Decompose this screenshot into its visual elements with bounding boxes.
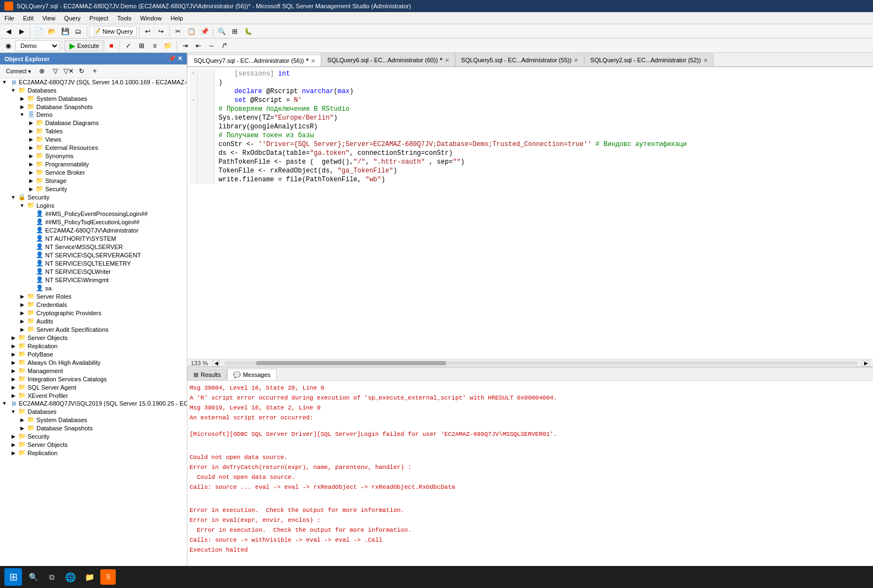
menu-help[interactable]: Help <box>166 14 187 23</box>
comment-btn[interactable]: -- <box>206 40 218 51</box>
tree-tables[interactable]: ▶ 📁 Tables <box>0 127 187 135</box>
stop-btn[interactable]: ■ <box>105 40 117 51</box>
tree-credentials[interactable]: ▶ 📁 Credentials <box>0 300 187 309</box>
tree-programmability[interactable]: ▶ 📁 Programmability <box>0 160 187 168</box>
editor-hscrollbar[interactable]: 133 % ◀ ▶ <box>187 359 873 366</box>
tree-external-resources[interactable]: ▶ 📁 External Resources <box>0 143 187 152</box>
save-all-btn[interactable]: 🗂 <box>72 26 84 37</box>
taskbar-edge[interactable]: 🌐 <box>63 569 78 585</box>
outdent-btn[interactable]: ⇤ <box>192 40 204 51</box>
tree-login-mssql[interactable]: 👤 NT Service\MSSQLSERVER <box>0 242 187 251</box>
results-content[interactable]: Msg 39004, Level 16, State 20, Line 0 A … <box>187 381 873 568</box>
tree-system-dbs[interactable]: ▶ 📁 System Databases <box>0 94 187 103</box>
tree-login-policy1[interactable]: 👤 ##MS_PolicyEventProcessingLogin## <box>0 209 187 218</box>
tb2-btn1[interactable]: ◉ <box>2 40 14 51</box>
tree-server1[interactable]: ▼ 🖥 EC2AMAZ-680Q7JV (SQL Server 14.0.100… <box>0 78 187 86</box>
tree-views[interactable]: ▶ 📁 Views <box>0 135 187 143</box>
tree-login-sqlagent[interactable]: 👤 NT SERVICE\SQLSERVERAGENT <box>0 251 187 259</box>
tree-login-system[interactable]: 👤 NT AUTHORITY\SYSTEM <box>0 234 187 242</box>
tab-results[interactable]: ⊞ Results <box>187 369 227 380</box>
tree-always-on[interactable]: ▶ 📁 Always On High Availability <box>0 358 187 366</box>
tab-query5[interactable]: SQLQuery5.sql - EC...Administrator (55))… <box>455 53 585 66</box>
menu-tools[interactable]: Tools <box>113 14 136 23</box>
menu-query[interactable]: Query <box>60 14 85 23</box>
tab-query6[interactable]: SQLQuery6.sql - EC...Administrator (60))… <box>321 53 455 66</box>
menu-project[interactable]: Project <box>85 14 112 23</box>
tab-messages[interactable]: 💬 Messages <box>227 369 277 380</box>
oe-filter-btn[interactable]: ▽ <box>49 66 61 77</box>
new-query-button[interactable]: 📝 New Query <box>89 26 137 37</box>
tree-security[interactable]: ▼ 🔒 Security <box>0 193 187 201</box>
tree-management[interactable]: ▶ 📁 Management <box>0 366 187 375</box>
tree-db-diagrams[interactable]: ▶ 📁 Database Diagrams <box>0 118 187 127</box>
taskbar-ssms[interactable]: S <box>100 569 116 585</box>
cut-btn[interactable]: ✂ <box>172 26 184 37</box>
database-dropdown[interactable]: Demo <box>15 40 60 51</box>
tree-replication1[interactable]: ▶ 📁 Replication <box>0 342 187 350</box>
tree-login-winmgmt[interactable]: 👤 NT SERVICE\Winmgmt <box>0 276 187 284</box>
results-file-btn[interactable]: 📁 <box>162 40 174 51</box>
zoom-in-btn[interactable]: 🔍 <box>215 26 228 37</box>
redo-btn[interactable]: ↪ <box>155 26 167 37</box>
oe-refresh-btn[interactable]: ↻ <box>76 66 88 77</box>
tree-service-broker[interactable]: ▶ 📁 Service Broker <box>0 168 187 176</box>
tree-login-telemetry[interactable]: 👤 NT SERVICE\SQLTELEMETRY <box>0 259 187 267</box>
taskbar-start[interactable]: ⊞ <box>4 568 22 586</box>
tree-login-admin[interactable]: 👤 EC2AMAZ-680Q7JV\Administrator <box>0 226 187 234</box>
indent-btn[interactable]: ⇥ <box>179 40 191 51</box>
open-btn[interactable]: 📂 <box>46 26 58 37</box>
tab-query2-close[interactable]: ✕ <box>703 57 708 63</box>
undo-btn[interactable]: ↩ <box>142 26 154 37</box>
results-text-btn[interactable]: ≡ <box>149 40 161 51</box>
tree-server-roles[interactable]: ▶ 📁 Server Roles <box>0 292 187 300</box>
copy-btn[interactable]: 📋 <box>185 26 197 37</box>
tree-demo-db[interactable]: ▼ 🗄 Demo <box>0 111 187 118</box>
debug-btn[interactable]: 🐛 <box>242 26 254 37</box>
tree-audit-specs[interactable]: ▶ 📁 Server Audit Specifications <box>0 325 187 333</box>
menu-window[interactable]: Window <box>136 14 166 23</box>
scroll-left-btn[interactable]: ◀ <box>212 360 220 366</box>
tab-query6-close[interactable]: ✕ <box>445 57 449 63</box>
tree-sql-agent[interactable]: ▶ 📁 SQL Server Agent <box>0 383 187 391</box>
tree-storage[interactable]: ▶ 📁 Storage <box>0 176 187 185</box>
tree-logins[interactable]: ▼ 📁 Logins <box>0 201 187 209</box>
tree-server2-security[interactable]: ▶ 📁 Security <box>0 432 187 440</box>
oe-filter-clear-btn[interactable]: ▽✕ <box>62 66 74 77</box>
save-btn[interactable]: 💾 <box>59 26 71 37</box>
oe-close-icon[interactable]: ✕ <box>177 55 182 62</box>
tree-xevent-profiler[interactable]: ▶ 📁 XEvent Profiler <box>0 391 187 400</box>
new-file-btn[interactable]: 📄 <box>33 26 45 37</box>
tree-audits[interactable]: ▶ 📁 Audits <box>0 317 187 325</box>
tab-query7[interactable]: SQLQuery7.sql - EC...Administrator (56))… <box>187 55 321 67</box>
uncomment-btn[interactable]: /* <box>219 40 231 51</box>
back-button[interactable]: ◀ <box>2 26 14 37</box>
tab-query7-close[interactable]: ✕ <box>311 58 315 64</box>
code-editor[interactable]: - [sessions] int ) <box>187 67 873 359</box>
oe-pin-icon[interactable]: 📌 <box>168 55 176 62</box>
tree-login-sa[interactable]: 👤 sa <box>0 284 187 292</box>
tree-server2-databases[interactable]: ▼ 📁 Databases <box>0 407 187 416</box>
oe-add-btn[interactable]: + <box>89 66 101 77</box>
hscroll-track[interactable] <box>224 361 858 365</box>
paste-btn[interactable]: 📌 <box>198 26 211 37</box>
grid-btn[interactable]: ⊞ <box>229 26 241 37</box>
tree-polybase[interactable]: ▶ 📁 PolyBase <box>0 350 187 358</box>
tree-server2[interactable]: ▼ 🖥 EC2AMAZ-680Q7JV\SQL2019 (SQL Server … <box>0 400 187 407</box>
forward-button[interactable]: ▶ <box>15 26 28 37</box>
tree-crypto-providers[interactable]: ▶ 📁 Cryptographic Providers <box>0 309 187 317</box>
tree-login-writer[interactable]: 👤 NT SERVICE\SQLWriter <box>0 267 187 276</box>
menu-file[interactable]: File <box>0 14 19 23</box>
scroll-right-btn[interactable]: ▶ <box>862 360 870 366</box>
tree-server2-replication[interactable]: ▶ 📁 Replication <box>0 449 187 457</box>
tree-server-objects[interactable]: ▶ 📁 Server Objects <box>0 333 187 342</box>
taskbar-explorer[interactable]: 📁 <box>82 569 97 585</box>
tree-server2-snapshots[interactable]: ▶ 📁 Database Snapshots <box>0 424 187 432</box>
oe-disconnect-btn[interactable]: ⊗ <box>36 66 48 77</box>
execute-button[interactable]: ▶ Execute <box>64 40 104 51</box>
tree-db-snapshots[interactable]: ▶ 📁 Database Snapshots <box>0 103 187 111</box>
tree-db-security[interactable]: ▶ 📁 Security <box>0 185 187 193</box>
results-grid-btn[interactable]: ⊞ <box>136 40 148 51</box>
tab-query5-close[interactable]: ✕ <box>574 57 578 63</box>
tree-synonyms[interactable]: ▶ 📁 Synonyms <box>0 152 187 160</box>
parse-btn[interactable]: ✓ <box>122 40 134 51</box>
